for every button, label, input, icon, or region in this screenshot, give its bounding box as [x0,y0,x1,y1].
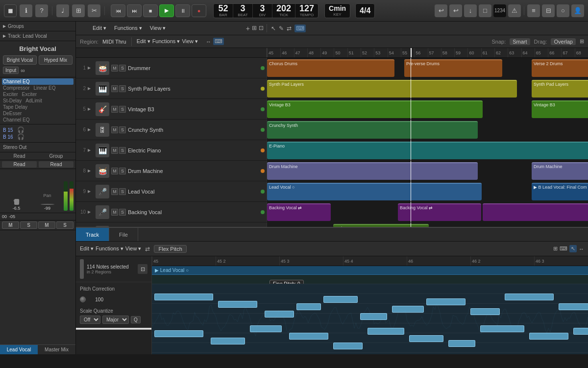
track-expand-9[interactable]: ▶ [88,189,94,194]
track-solo-8[interactable]: S [119,168,126,174]
pointer-tool[interactable]: ↖ [271,25,276,32]
io-input-value[interactable]: Input [3,67,19,74]
clip-11-0[interactable]: Guitar ⇄ [333,224,429,227]
preset-btn-2[interactable]: Hyped Mix [39,55,73,65]
ms-button-3[interactable]: M [38,221,55,229]
add-track-button[interactable]: + [246,25,250,32]
pitch-note-24[interactable] [573,328,588,335]
pitch-note-10[interactable] [559,303,588,310]
functions-lower[interactable]: Functions ▾ [96,245,123,252]
pitch-note-22[interactable] [480,325,524,332]
pitch-note-6[interactable] [392,306,424,313]
clip-8-0[interactable]: Drum Machine [267,162,478,180]
mute-button[interactable]: M [2,221,19,229]
track-solo-6[interactable]: S [119,126,126,133]
redo-icon[interactable]: ↩ [449,4,462,17]
clip-9-0[interactable]: Lead Vocal ○ [267,183,482,200]
edit-lower[interactable]: Edit ▾ [80,245,94,252]
pitch-note-0[interactable] [154,294,213,300]
active-tool[interactable]: ⌨ [294,25,306,32]
fast-forward-button[interactable]: ⏭ [127,4,142,17]
track-mute-6[interactable]: M [111,126,118,133]
view-menu-2[interactable]: View ▾ [182,38,198,45]
track-solo-1[interactable]: S [119,65,126,72]
track-solo-10[interactable]: S [119,209,126,216]
scale-off-select[interactable]: Off [80,316,100,324]
clip-8-1[interactable]: Drum Machine [532,162,588,180]
track-mute-2[interactable]: M [111,85,118,92]
plugin-exciter-1[interactable]: Exciter [2,91,19,98]
pitch-note-20[interactable] [409,335,443,342]
plugin-compressor-1[interactable]: Compressor [2,85,30,91]
lower-tool-4[interactable]: ↔ [579,246,584,252]
pitch-note-4[interactable] [323,296,358,303]
pencil-tool[interactable]: ✎ [279,25,284,32]
warning-icon[interactable]: ⚠ [508,4,521,17]
track-solo-9[interactable]: S [119,188,126,195]
track-options-icon[interactable]: ⊞ [252,25,257,32]
pitch-note-7[interactable] [426,298,466,305]
track-header[interactable]: ▶ Track: Lead Vocal [3,33,73,39]
track-expand-1[interactable]: ▶ [88,66,94,70]
track-tab[interactable]: Track [76,228,109,241]
plugin-exciter-2[interactable]: Exciter [21,91,38,98]
lower-tool-3[interactable]: ↖ [569,245,577,252]
track-solo-7[interactable]: S [119,147,126,154]
right-meter[interactable] [70,181,74,211]
file-tab[interactable]: File [109,228,138,241]
plugin-deesser[interactable]: DeEsser [2,110,74,117]
window-icon[interactable]: ⊟ [542,4,555,17]
clip-6-0[interactable]: Crunchy Synth [267,121,478,139]
pitch-note-8[interactable] [470,308,500,315]
track-mute-1[interactable]: M [111,65,118,72]
chat-icon[interactable]: ○ [557,4,569,17]
track-mute-5[interactable]: M [111,106,118,113]
solo-button[interactable]: S [20,221,37,229]
pitch-note-19[interactable] [368,328,404,335]
drag-value[interactable]: Overlap [551,38,576,45]
bus-headphone[interactable]: 🎧 [17,126,24,133]
preset-btn-1[interactable]: Bright Vocal [3,55,37,65]
q-button[interactable]: Q [131,316,141,323]
track-mute-7[interactable]: M [111,147,118,154]
ms-button-4[interactable]: S [56,221,74,229]
track-expand-5[interactable]: ▶ [88,107,94,111]
plugin-tape-delay[interactable]: Tape Delay [2,104,74,110]
clip-7-0[interactable]: E-Piano [267,142,588,159]
tool-2[interactable]: ⌨ [213,38,224,45]
pitch-note-5[interactable] [360,313,387,320]
more-tools[interactable]: ⊞ [580,38,584,45]
stop-button[interactable]: ■ [143,4,158,17]
time-sig-display[interactable]: 4/4 [355,3,375,18]
clip-10-2[interactable] [483,203,588,221]
loop-icon-lower[interactable]: ⇄ [145,245,150,252]
pitch-note-17[interactable] [289,333,328,340]
track-expand-7[interactable]: ▶ [88,148,94,152]
rewind-button[interactable]: ⏮ [111,4,125,17]
lower-tool-1[interactable]: ⊞ [553,245,558,252]
master-mix-tab[interactable]: Master Mix [38,344,75,354]
track-expand-10[interactable]: ▶ [88,210,94,214]
read-btn-1[interactable]: Read [2,161,37,168]
pitch-note-14[interactable] [154,330,203,337]
pitch-note-15[interactable] [211,338,245,344]
scissors-icon[interactable]: ✂ [88,4,100,17]
track-menu-icon[interactable]: ⊡ [259,25,264,32]
plugin-linear-eq[interactable]: Linear EQ [32,85,56,91]
track-expand-8[interactable]: ▶ [88,169,94,173]
plugin-channel-eq-2[interactable]: Channel EQ [2,117,74,123]
lower-track-handle[interactable] [80,259,84,279]
clip-1-1[interactable]: Pre-verse Drums [404,59,502,77]
pause-button[interactable]: ⏸ [175,4,190,17]
pan-knob[interactable] [41,204,54,205]
pitch-note-2[interactable] [265,311,294,318]
clip-9-1[interactable]: ▶ B Lead Vocal: Final Com [532,183,588,200]
lower-tool-2[interactable]: ⌨ [560,245,567,252]
functions-menu-item[interactable]: Functions ▾ [111,24,145,32]
user-icon[interactable]: 👤 [571,4,584,17]
track-mute-9[interactable]: M [111,188,118,195]
track-mute-8[interactable]: M [111,168,118,174]
menu-icon[interactable]: ≡ [527,4,540,17]
play-button[interactable]: ▶ [159,4,174,17]
c3-key[interactable]: C3 [76,328,151,330]
